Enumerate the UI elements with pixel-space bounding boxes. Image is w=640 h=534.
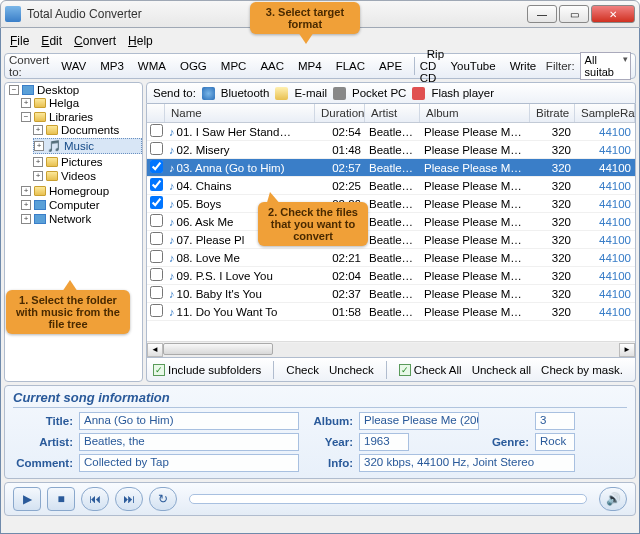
format-mp4[interactable]: MP4: [291, 57, 329, 75]
play-button[interactable]: ▶: [13, 487, 41, 511]
format-ogg[interactable]: OGG: [173, 57, 214, 75]
callout-check-files: 2. Check the files that you want to conv…: [258, 202, 368, 246]
table-row[interactable]: ♪02. Misery01:48Beatles…Please Please Me…: [147, 141, 635, 159]
menu-help[interactable]: Help: [128, 34, 153, 48]
format-wma[interactable]: WMA: [131, 57, 173, 75]
email-icon: [275, 87, 288, 100]
repeat-button[interactable]: ↻: [149, 487, 177, 511]
col-bitrate[interactable]: Bitrate: [530, 104, 575, 122]
col-album[interactable]: Album: [420, 104, 530, 122]
convert-toolbar: Convert to: WAVMP3WMAOGGMPCAACMP4FLACAPE…: [4, 53, 636, 79]
menu-edit[interactable]: Edit: [41, 34, 62, 48]
stop-button[interactable]: ■: [47, 487, 75, 511]
music-note-icon: ♪: [169, 288, 175, 300]
row-checkbox[interactable]: [150, 196, 163, 209]
music-note-icon: ♪: [169, 252, 175, 264]
check-button[interactable]: Check: [286, 364, 319, 376]
music-note-icon: ♪: [169, 234, 175, 246]
comment-field[interactable]: Collected by Tap: [79, 454, 299, 472]
format-aac[interactable]: AAC: [253, 57, 291, 75]
table-row[interactable]: ♪11. Do You Want To01:58Beatles…Please P…: [147, 303, 635, 321]
send-bluetooth[interactable]: Bluetooth: [221, 87, 270, 99]
format-flac[interactable]: FLAC: [329, 57, 372, 75]
row-checkbox[interactable]: [150, 286, 163, 299]
song-info-panel: Current song information Title: Anna (Go…: [4, 385, 636, 479]
table-row[interactable]: ♪08. Love Me02:21Beatles…Please Please M…: [147, 249, 635, 267]
send-to-label: Send to:: [153, 87, 196, 99]
player-bar: ▶ ■ ⏮ ⏭ ↻ 🔊: [4, 482, 636, 516]
col-samplerate[interactable]: SampleRate: [575, 104, 635, 122]
table-row[interactable]: ♪04. Chains02:25Beatles…Please Please Me…: [147, 177, 635, 195]
table-row[interactable]: ♪01. I Saw Her Stand…02:54Beatles…Please…: [147, 123, 635, 141]
pocketpc-icon: [333, 87, 346, 100]
row-checkbox[interactable]: [150, 214, 163, 227]
comment-label: Comment:: [13, 457, 73, 469]
row-checkbox[interactable]: [150, 160, 163, 173]
menu-convert[interactable]: Convert: [74, 34, 116, 48]
table-row[interactable]: ♪09. P.S. I Love You02:04Beatles…Please …: [147, 267, 635, 285]
menubar: File Edit Convert Help: [4, 31, 636, 51]
scroll-left-arrow[interactable]: ◄: [147, 343, 163, 357]
scroll-right-arrow[interactable]: ►: [619, 343, 635, 357]
music-note-icon: ♪: [169, 306, 175, 318]
volume-button[interactable]: 🔊: [599, 487, 627, 511]
check-all-button[interactable]: ✓Check All: [399, 364, 462, 376]
artist-label: Artist:: [13, 436, 73, 448]
send-to-bar: Send to: Bluetooth E-mail Pocket PC Flas…: [146, 82, 636, 104]
uncheck-all-button[interactable]: Uncheck all: [472, 364, 531, 376]
send-flash[interactable]: Flash player: [431, 87, 494, 99]
row-checkbox[interactable]: [150, 304, 163, 317]
row-checkbox[interactable]: [150, 142, 163, 155]
year-field[interactable]: 1963: [359, 433, 409, 451]
include-subfolders-toggle[interactable]: ✓Include subfolders: [153, 364, 261, 376]
uncheck-button[interactable]: Uncheck: [329, 364, 374, 376]
row-checkbox[interactable]: [150, 178, 163, 191]
format-ape[interactable]: APE: [372, 57, 409, 75]
row-checkbox[interactable]: [150, 124, 163, 137]
scroll-thumb[interactable]: [163, 343, 273, 355]
table-row[interactable]: ♪06. Ask Me02:26Beatles…Please Please Me…: [147, 213, 635, 231]
check-by-mask-button[interactable]: Check by mask.: [541, 364, 623, 376]
filter-dropdown[interactable]: All suitab: [580, 52, 631, 80]
row-checkbox[interactable]: [150, 250, 163, 263]
menu-file[interactable]: File: [10, 34, 29, 48]
song-info-heading: Current song information: [13, 390, 627, 408]
track-field[interactable]: 3: [535, 412, 575, 430]
folder-tree[interactable]: −Desktop +Helga −Libraries +Documents +🎵…: [4, 82, 143, 382]
file-list[interactable]: Name Duration Artist Album Bitrate Sampl…: [146, 104, 636, 358]
genre-field[interactable]: Rock: [535, 433, 575, 451]
send-pocketpc[interactable]: Pocket PC: [352, 87, 406, 99]
music-note-icon: ♪: [169, 270, 175, 282]
music-note-icon: ♪: [169, 126, 175, 138]
table-row[interactable]: ♪10. Baby It's You02:37Beatles…Please Pl…: [147, 285, 635, 303]
table-row[interactable]: ♪03. Anna (Go to Him)02:57Beatles…Please…: [147, 159, 635, 177]
bluetooth-icon: [202, 87, 215, 100]
send-email[interactable]: E-mail: [294, 87, 327, 99]
row-checkbox[interactable]: [150, 232, 163, 245]
col-duration[interactable]: Duration: [315, 104, 365, 122]
format-mp3[interactable]: MP3: [93, 57, 131, 75]
col-artist[interactable]: Artist: [365, 104, 420, 122]
table-row[interactable]: ♪05. Boys02:26Beatles…Please Please Me ……: [147, 195, 635, 213]
row-checkbox[interactable]: [150, 268, 163, 281]
title-label: Title:: [13, 415, 73, 427]
year-label: Year:: [305, 436, 353, 448]
prev-button[interactable]: ⏮: [81, 487, 109, 511]
album-field[interactable]: Please Please Me (2009 Stereo: [359, 412, 479, 430]
file-list-header[interactable]: Name Duration Artist Album Bitrate Sampl…: [147, 104, 635, 123]
artist-field[interactable]: Beatles, the: [79, 433, 299, 451]
check-toolbar: ✓Include subfolders Check Uncheck ✓Check…: [146, 358, 636, 382]
title-field[interactable]: Anna (Go to Him): [79, 412, 299, 430]
progress-bar[interactable]: [189, 494, 587, 504]
maximize-button[interactable]: ▭: [559, 5, 589, 23]
toolbar-youtube[interactable]: YouTube: [443, 57, 502, 75]
format-wav[interactable]: WAV: [54, 57, 93, 75]
horizontal-scrollbar[interactable]: ◄ ►: [147, 341, 635, 357]
col-name[interactable]: Name: [165, 104, 315, 122]
table-row[interactable]: ♪07. Please Pl02:00Beatles…Please Please…: [147, 231, 635, 249]
minimize-button[interactable]: —: [527, 5, 557, 23]
close-button[interactable]: ✕: [591, 5, 635, 23]
format-mpc[interactable]: MPC: [214, 57, 254, 75]
next-button[interactable]: ⏭: [115, 487, 143, 511]
info-label: Info:: [305, 457, 353, 469]
